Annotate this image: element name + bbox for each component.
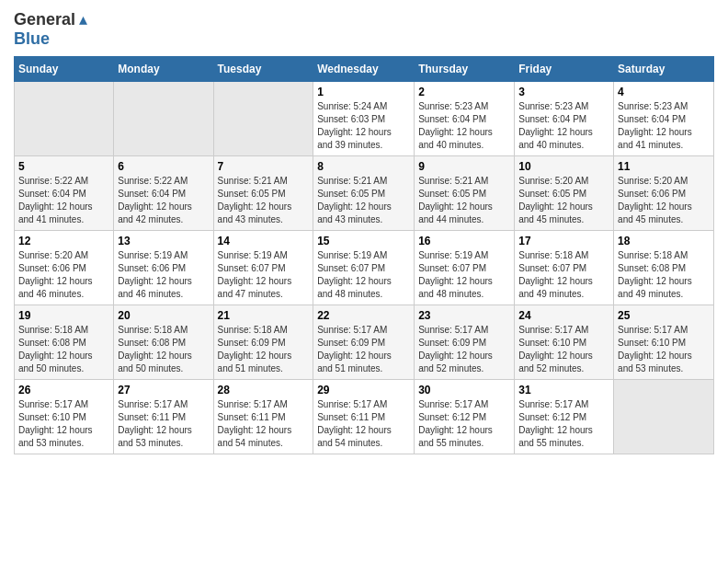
day-cell: 4Sunrise: 5:23 AM Sunset: 6:04 PM Daylig… bbox=[614, 82, 714, 156]
header-row: SundayMondayTuesdayWednesdayThursdayFrid… bbox=[15, 57, 714, 82]
day-number: 7 bbox=[218, 160, 310, 173]
day-number: 19 bbox=[18, 309, 109, 322]
day-number: 16 bbox=[418, 235, 510, 247]
day-info: Sunrise: 5:18 AM Sunset: 6:09 PM Dayligh… bbox=[218, 324, 310, 375]
day-number: 9 bbox=[418, 160, 510, 173]
week-row-1: 1Sunrise: 5:24 AM Sunset: 6:03 PM Daylig… bbox=[15, 82, 714, 156]
day-cell: 25Sunrise: 5:17 AM Sunset: 6:10 PM Dayli… bbox=[614, 305, 714, 380]
day-cell: 3Sunrise: 5:23 AM Sunset: 6:04 PM Daylig… bbox=[515, 82, 614, 156]
week-row-2: 5Sunrise: 5:22 AM Sunset: 6:04 PM Daylig… bbox=[15, 156, 714, 231]
day-info: Sunrise: 5:17 AM Sunset: 6:12 PM Dayligh… bbox=[518, 398, 609, 450]
logo-general-text: General bbox=[14, 10, 75, 29]
day-number: 5 bbox=[18, 160, 109, 173]
week-row-5: 26Sunrise: 5:17 AM Sunset: 6:10 PM Dayli… bbox=[15, 380, 714, 454]
day-number: 21 bbox=[218, 309, 310, 322]
day-cell: 28Sunrise: 5:17 AM Sunset: 6:11 PM Dayli… bbox=[213, 380, 313, 454]
day-number: 31 bbox=[518, 384, 609, 396]
day-info: Sunrise: 5:20 AM Sunset: 6:06 PM Dayligh… bbox=[18, 249, 109, 301]
day-number: 13 bbox=[118, 235, 209, 247]
day-info: Sunrise: 5:17 AM Sunset: 6:10 PM Dayligh… bbox=[518, 324, 609, 375]
header: General ▴ Blue bbox=[14, 9, 714, 49]
day-info: Sunrise: 5:22 AM Sunset: 6:04 PM Dayligh… bbox=[118, 175, 209, 226]
day-info: Sunrise: 5:21 AM Sunset: 6:05 PM Dayligh… bbox=[418, 175, 510, 226]
day-number: 1 bbox=[317, 86, 410, 98]
day-cell: 23Sunrise: 5:17 AM Sunset: 6:09 PM Dayli… bbox=[415, 305, 515, 380]
day-cell bbox=[114, 82, 213, 156]
day-info: Sunrise: 5:17 AM Sunset: 6:12 PM Dayligh… bbox=[418, 398, 510, 450]
day-number: 8 bbox=[317, 160, 410, 173]
day-info: Sunrise: 5:19 AM Sunset: 6:07 PM Dayligh… bbox=[317, 249, 410, 301]
day-cell: 11Sunrise: 5:20 AM Sunset: 6:06 PM Dayli… bbox=[614, 156, 714, 231]
day-number: 30 bbox=[418, 384, 510, 396]
day-number: 3 bbox=[518, 86, 609, 98]
day-number: 24 bbox=[518, 309, 609, 322]
day-cell: 22Sunrise: 5:17 AM Sunset: 6:09 PM Dayli… bbox=[313, 305, 415, 380]
day-number: 22 bbox=[317, 309, 410, 322]
day-info: Sunrise: 5:17 AM Sunset: 6:11 PM Dayligh… bbox=[317, 398, 410, 450]
day-number: 17 bbox=[518, 235, 609, 247]
day-info: Sunrise: 5:24 AM Sunset: 6:03 PM Dayligh… bbox=[317, 100, 410, 152]
day-number: 12 bbox=[18, 235, 109, 247]
day-cell: 19Sunrise: 5:18 AM Sunset: 6:08 PM Dayli… bbox=[15, 305, 114, 380]
day-number: 27 bbox=[118, 384, 209, 396]
day-cell: 18Sunrise: 5:18 AM Sunset: 6:08 PM Dayli… bbox=[614, 231, 714, 305]
day-cell: 15Sunrise: 5:19 AM Sunset: 6:07 PM Dayli… bbox=[313, 231, 415, 305]
day-cell: 16Sunrise: 5:19 AM Sunset: 6:07 PM Dayli… bbox=[415, 231, 515, 305]
day-cell: 21Sunrise: 5:18 AM Sunset: 6:09 PM Dayli… bbox=[213, 305, 313, 380]
day-number: 15 bbox=[317, 235, 410, 247]
day-cell: 6Sunrise: 5:22 AM Sunset: 6:04 PM Daylig… bbox=[114, 156, 213, 231]
day-info: Sunrise: 5:19 AM Sunset: 6:07 PM Dayligh… bbox=[218, 249, 310, 301]
week-row-4: 19Sunrise: 5:18 AM Sunset: 6:08 PM Dayli… bbox=[15, 305, 714, 380]
day-info: Sunrise: 5:21 AM Sunset: 6:05 PM Dayligh… bbox=[218, 175, 310, 226]
col-header-tuesday: Tuesday bbox=[213, 57, 313, 82]
day-number: 18 bbox=[618, 235, 710, 247]
day-cell: 14Sunrise: 5:19 AM Sunset: 6:07 PM Dayli… bbox=[213, 231, 313, 305]
logo: General ▴ Blue bbox=[14, 9, 87, 49]
day-cell: 12Sunrise: 5:20 AM Sunset: 6:06 PM Dayli… bbox=[15, 231, 114, 305]
day-cell: 20Sunrise: 5:18 AM Sunset: 6:08 PM Dayli… bbox=[114, 305, 213, 380]
day-number: 11 bbox=[618, 160, 710, 173]
day-number: 29 bbox=[317, 384, 410, 396]
week-row-3: 12Sunrise: 5:20 AM Sunset: 6:06 PM Dayli… bbox=[15, 231, 714, 305]
logo-bird-icon: ▴ bbox=[79, 9, 87, 29]
calendar-table: SundayMondayTuesdayWednesdayThursdayFrid… bbox=[14, 56, 714, 454]
col-header-wednesday: Wednesday bbox=[313, 57, 415, 82]
day-cell: 13Sunrise: 5:19 AM Sunset: 6:06 PM Dayli… bbox=[114, 231, 213, 305]
col-header-friday: Friday bbox=[515, 57, 614, 82]
col-header-saturday: Saturday bbox=[614, 57, 714, 82]
day-info: Sunrise: 5:20 AM Sunset: 6:06 PM Dayligh… bbox=[618, 175, 710, 226]
day-info: Sunrise: 5:23 AM Sunset: 6:04 PM Dayligh… bbox=[618, 100, 710, 152]
day-number: 26 bbox=[18, 384, 109, 396]
day-info: Sunrise: 5:21 AM Sunset: 6:05 PM Dayligh… bbox=[317, 175, 410, 226]
day-cell: 1Sunrise: 5:24 AM Sunset: 6:03 PM Daylig… bbox=[313, 82, 415, 156]
day-cell: 5Sunrise: 5:22 AM Sunset: 6:04 PM Daylig… bbox=[15, 156, 114, 231]
col-header-monday: Monday bbox=[114, 57, 213, 82]
day-cell bbox=[213, 82, 313, 156]
day-info: Sunrise: 5:23 AM Sunset: 6:04 PM Dayligh… bbox=[518, 100, 609, 152]
day-cell bbox=[15, 82, 114, 156]
day-info: Sunrise: 5:17 AM Sunset: 6:10 PM Dayligh… bbox=[18, 398, 109, 450]
day-info: Sunrise: 5:17 AM Sunset: 6:10 PM Dayligh… bbox=[618, 324, 710, 375]
day-cell bbox=[614, 380, 714, 454]
day-cell: 7Sunrise: 5:21 AM Sunset: 6:05 PM Daylig… bbox=[213, 156, 313, 231]
day-cell: 10Sunrise: 5:20 AM Sunset: 6:05 PM Dayli… bbox=[515, 156, 614, 231]
day-number: 6 bbox=[118, 160, 209, 173]
col-header-sunday: Sunday bbox=[15, 57, 114, 82]
day-cell: 29Sunrise: 5:17 AM Sunset: 6:11 PM Dayli… bbox=[313, 380, 415, 454]
day-number: 10 bbox=[518, 160, 609, 173]
day-info: Sunrise: 5:18 AM Sunset: 6:08 PM Dayligh… bbox=[618, 249, 710, 301]
day-info: Sunrise: 5:18 AM Sunset: 6:08 PM Dayligh… bbox=[18, 324, 109, 375]
day-cell: 2Sunrise: 5:23 AM Sunset: 6:04 PM Daylig… bbox=[415, 82, 515, 156]
day-cell: 9Sunrise: 5:21 AM Sunset: 6:05 PM Daylig… bbox=[415, 156, 515, 231]
day-cell: 30Sunrise: 5:17 AM Sunset: 6:12 PM Dayli… bbox=[415, 380, 515, 454]
day-number: 20 bbox=[118, 309, 209, 322]
day-number: 2 bbox=[418, 86, 510, 98]
day-info: Sunrise: 5:18 AM Sunset: 6:07 PM Dayligh… bbox=[518, 249, 609, 301]
day-cell: 26Sunrise: 5:17 AM Sunset: 6:10 PM Dayli… bbox=[15, 380, 114, 454]
day-info: Sunrise: 5:17 AM Sunset: 6:09 PM Dayligh… bbox=[418, 324, 510, 375]
day-number: 23 bbox=[418, 309, 510, 322]
day-number: 28 bbox=[218, 384, 310, 396]
day-info: Sunrise: 5:17 AM Sunset: 6:09 PM Dayligh… bbox=[317, 324, 410, 375]
day-cell: 24Sunrise: 5:17 AM Sunset: 6:10 PM Dayli… bbox=[515, 305, 614, 380]
day-info: Sunrise: 5:19 AM Sunset: 6:06 PM Dayligh… bbox=[118, 249, 209, 301]
